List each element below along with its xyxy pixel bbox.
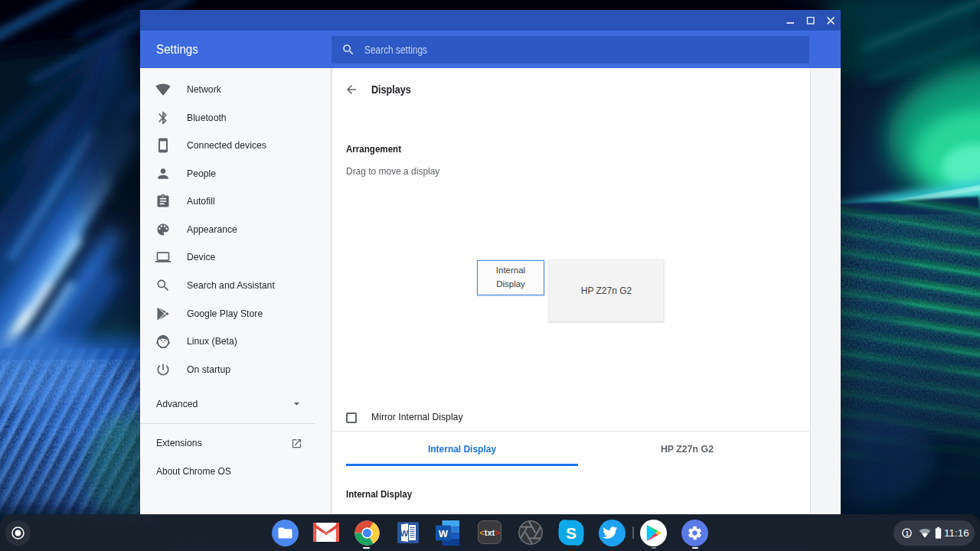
svg-text:W: W xyxy=(400,529,409,538)
svg-text:<txt>: <txt> xyxy=(479,528,499,537)
svg-text:1: 1 xyxy=(905,529,909,536)
svg-text:S: S xyxy=(566,524,577,542)
svg-text:W: W xyxy=(439,527,449,539)
